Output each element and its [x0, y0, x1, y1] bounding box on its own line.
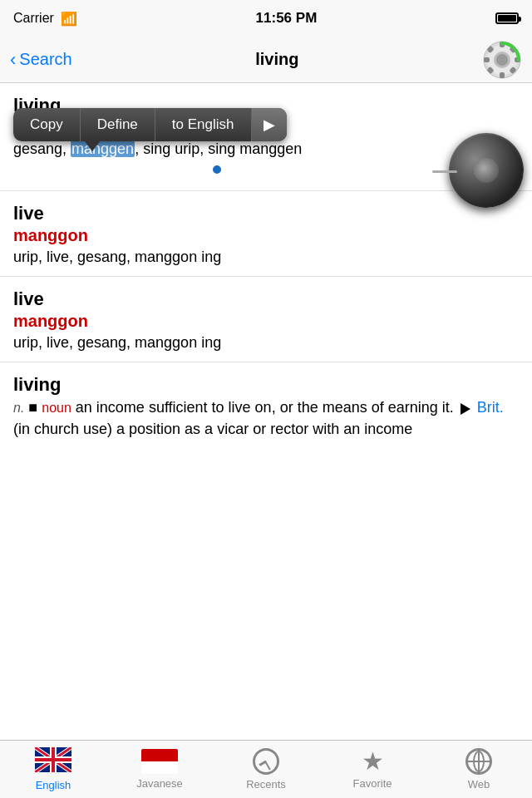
content-area: living Copy Define to English ▶ urip ges…	[0, 83, 532, 740]
svg-point-11	[496, 54, 508, 66]
clock-hand-minute	[264, 761, 271, 770]
entry-definition-3: urip, live, gesang, manggon ing	[13, 332, 519, 353]
entry-living-1: living Copy Define to English ▶ urip ges…	[0, 83, 532, 191]
status-bar-right	[495, 12, 519, 24]
clock-icon	[253, 748, 279, 775]
tab-english[interactable]: English	[0, 741, 106, 798]
globe-icon	[466, 748, 492, 775]
settings-button[interactable]	[482, 40, 522, 80]
tab-favorite-label: Favorite	[353, 777, 392, 790]
star-icon: ★	[362, 749, 384, 774]
tab-bar: English Javanese Recents ★ Favorite Web	[0, 740, 532, 798]
noun-label: noun	[42, 401, 71, 415]
tab-web-label: Web	[468, 778, 490, 791]
entry-live-2: live manggon urip, live, gesang, manggon…	[0, 277, 532, 362]
selection-cursor-bottom	[211, 164, 223, 175]
popup-bubble: Copy Define to English ▶	[13, 108, 287, 141]
tab-javanese-label: Javanese	[136, 777, 183, 790]
gear-icon	[482, 40, 522, 80]
selected-text: manggen	[71, 140, 135, 157]
knob-center	[474, 158, 499, 183]
status-bar: Carrier 📶 11:56 PM	[0, 0, 532, 37]
entry-headword: live	[13, 288, 519, 310]
slider-track	[432, 170, 457, 173]
back-button[interactable]: ‹ Search	[10, 49, 72, 71]
back-chevron-icon: ‹	[10, 49, 16, 71]
tab-web[interactable]: Web	[426, 741, 532, 798]
back-label: Search	[19, 50, 71, 69]
play-button[interactable]: ▶	[252, 108, 287, 141]
globe-arc	[473, 751, 485, 772]
nav-bar: ‹ Search living	[0, 37, 532, 83]
to-english-button[interactable]: to English	[155, 108, 252, 141]
entry-headword: live	[13, 203, 519, 224]
entry-subword-manggon-2: manggon	[13, 312, 519, 331]
tab-javanese[interactable]: Javanese	[106, 741, 213, 798]
brit-link[interactable]: Brit.	[477, 399, 504, 416]
flag-top	[141, 749, 178, 761]
tab-recents[interactable]: Recents	[213, 741, 319, 798]
status-bar-left: Carrier 📶	[13, 11, 77, 27]
flag-bottom	[141, 761, 178, 774]
entry-definition-2: urip, live, gesang, manggon ing	[13, 247, 519, 268]
abbr-label: n.	[13, 401, 24, 415]
tab-favorite[interactable]: ★ Favorite	[319, 741, 426, 798]
define-button[interactable]: Define	[81, 108, 155, 141]
entry-live-1: live manggon urip, live, gesang, manggon…	[0, 191, 532, 277]
tab-recents-label: Recents	[246, 778, 286, 791]
tab-english-label: English	[36, 779, 71, 791]
text-selection-popup: Copy Define to English ▶	[13, 108, 287, 141]
battery-icon	[495, 12, 519, 24]
entry-headword: living	[13, 374, 519, 396]
svg-rect-4	[484, 57, 490, 62]
entry-definition-4: n. ■ noun an income sufficient to live o…	[13, 397, 519, 439]
play-inline-icon[interactable]	[461, 403, 470, 415]
english-flag-icon	[35, 747, 71, 776]
square-symbol: ■	[28, 399, 42, 416]
nav-title: living	[255, 50, 298, 69]
status-bar-time: 11:56 PM	[256, 10, 318, 27]
svg-rect-24	[35, 758, 71, 761]
copy-button[interactable]: Copy	[13, 108, 81, 141]
carrier-label: Carrier	[13, 11, 54, 26]
entry-subword-manggon-1: manggon	[13, 226, 519, 245]
svg-rect-3	[500, 72, 505, 78]
wifi-icon: 📶	[61, 11, 77, 27]
entry-living-english: living n. ■ noun an income sufficient to…	[0, 362, 532, 449]
indonesia-flag-icon	[141, 749, 178, 774]
